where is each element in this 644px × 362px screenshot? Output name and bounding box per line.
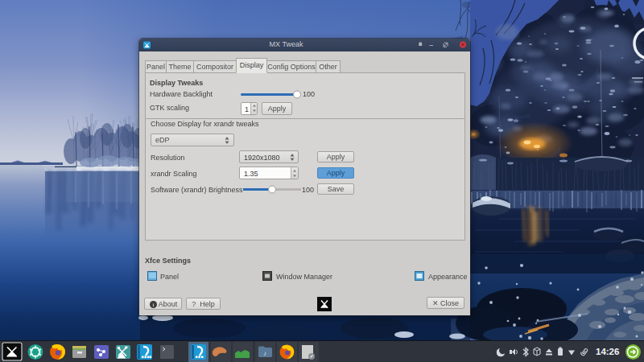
svg-text:♪: ♪ — [263, 350, 266, 357]
svg-text:i: i — [153, 302, 155, 308]
